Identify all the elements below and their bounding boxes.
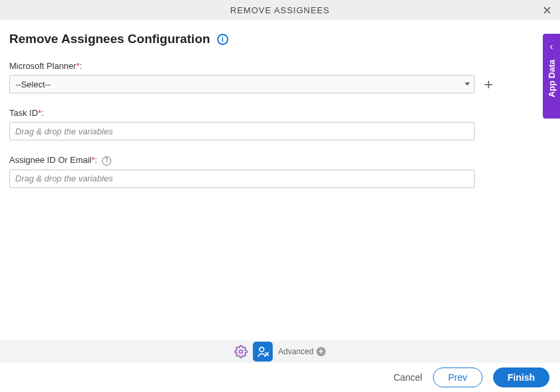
footer-buttons: Cancel Prev Finish [0, 363, 560, 392]
help-icon[interactable]: ? [102, 156, 111, 166]
prev-button[interactable]: Prev [433, 368, 483, 387]
info-icon[interactable]: i [217, 34, 228, 45]
label-colon: : [41, 108, 44, 118]
tab-toolbar: Advanced + [0, 340, 560, 363]
dialog-header: REMOVE ASSIGNEES ✕ [0, 0, 560, 20]
assignee-input[interactable] [9, 170, 475, 188]
app-data-panel-toggle[interactable]: ‹ App Data [543, 34, 560, 119]
dialog-title: REMOVE ASSIGNEES [230, 5, 330, 15]
svg-point-1 [259, 347, 264, 352]
advanced-label-text: Advanced [278, 347, 313, 356]
planner-field: Microsoft Planner*: --Select-- ＋ [9, 61, 551, 93]
chevron-left-icon: ‹ [550, 40, 553, 52]
advanced-toggle[interactable]: Advanced + [278, 347, 325, 356]
planner-select-value: --Select-- [15, 79, 50, 89]
remove-assignee-tab-icon[interactable] [253, 342, 273, 362]
chevron-down-icon [465, 83, 470, 86]
label-colon: : [95, 155, 97, 165]
task-id-input[interactable] [9, 122, 475, 140]
task-id-label-text: Task ID [9, 108, 38, 118]
finish-button[interactable]: Finish [493, 368, 549, 387]
add-connection-button[interactable]: ＋ [481, 77, 496, 91]
page-title: Remove Assignees Configuration [9, 32, 210, 46]
assignee-label: Assignee ID Or Email*: ? [9, 155, 551, 166]
close-icon[interactable]: ✕ [542, 3, 552, 18]
content-area: Remove Assignees Configuration i Microso… [0, 20, 560, 200]
planner-label: Microsoft Planner*: [9, 61, 551, 71]
assignee-label-text: Assignee ID Or Email [9, 155, 91, 165]
assignee-field: Assignee ID Or Email*: ? [9, 155, 551, 188]
app-data-label: App Data [547, 60, 557, 97]
task-id-field: Task ID*: [9, 108, 551, 140]
label-colon: : [79, 61, 82, 71]
planner-label-text: Microsoft Planner [9, 61, 76, 71]
planner-select[interactable]: --Select-- [9, 75, 475, 93]
planner-select-row: --Select-- ＋ [9, 75, 551, 93]
task-id-label: Task ID*: [9, 108, 551, 118]
svg-point-0 [240, 350, 243, 354]
plus-circle-icon: + [316, 347, 326, 356]
gear-icon[interactable] [234, 345, 248, 358]
cancel-button[interactable]: Cancel [393, 372, 422, 383]
